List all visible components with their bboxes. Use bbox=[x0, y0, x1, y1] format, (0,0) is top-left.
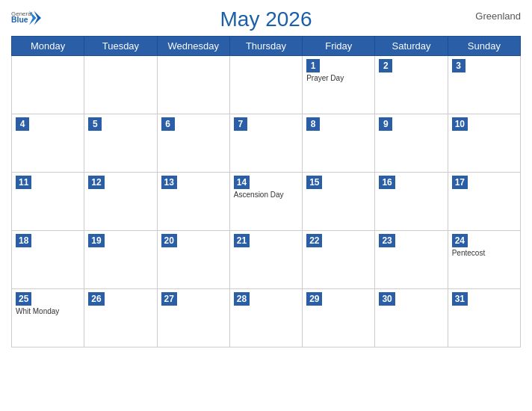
country-label: Greenland bbox=[475, 10, 521, 22]
calendar-cell: 31 bbox=[448, 289, 520, 347]
calendar-cell: 19 bbox=[84, 231, 157, 289]
calendar-cell: 21 bbox=[229, 231, 302, 289]
day-number: 14 bbox=[234, 176, 250, 189]
calendar-cell: 24Pentecost bbox=[448, 231, 520, 289]
day-number: 1 bbox=[306, 59, 320, 72]
calendar-cell: 8 bbox=[303, 114, 375, 173]
holiday-label: Whit Monday bbox=[16, 307, 80, 315]
calendar-cell: 6 bbox=[157, 114, 229, 173]
day-number: 3 bbox=[452, 59, 466, 72]
calendar-container: General Blue May 2026 Greenland Monday T… bbox=[0, 0, 532, 411]
calendar-week-row: 25Whit Monday262728293031 bbox=[12, 289, 521, 347]
calendar-cell: 22 bbox=[303, 231, 375, 289]
calendar-cell: 11 bbox=[12, 173, 84, 231]
calendar-cell: 3 bbox=[448, 56, 520, 114]
header-monday: Monday bbox=[12, 37, 84, 56]
day-number: 27 bbox=[161, 292, 177, 306]
calendar-cell: 18 bbox=[12, 231, 84, 289]
header-tuesday: Tuesday bbox=[84, 37, 157, 56]
day-number: 28 bbox=[234, 292, 250, 306]
header-friday: Friday bbox=[303, 37, 375, 56]
day-number: 5 bbox=[88, 117, 102, 131]
day-number: 6 bbox=[161, 117, 175, 131]
calendar-cell: 26 bbox=[84, 289, 157, 347]
header-row: General Blue May 2026 Greenland bbox=[11, 7, 521, 31]
calendar-cell: 4 bbox=[12, 114, 84, 173]
day-number: 18 bbox=[16, 234, 31, 247]
header-saturday: Saturday bbox=[375, 37, 448, 56]
calendar-cell: 1Prayer Day bbox=[303, 56, 375, 114]
calendar-cell: 29 bbox=[303, 289, 375, 347]
weekday-header-row: Monday Tuesday Wednesday Thursday Friday… bbox=[12, 37, 521, 56]
day-number: 23 bbox=[379, 234, 395, 247]
day-number: 17 bbox=[452, 176, 468, 189]
calendar-week-row: 45678910 bbox=[12, 114, 521, 173]
calendar-cell: 28 bbox=[229, 289, 302, 347]
header-sunday: Sunday bbox=[448, 37, 520, 56]
day-number: 7 bbox=[234, 117, 247, 131]
calendar-cell: 2 bbox=[375, 56, 448, 114]
calendar-week-row: 18192021222324Pentecost bbox=[12, 231, 521, 289]
day-number: 20 bbox=[161, 234, 177, 247]
calendar-cell: 7 bbox=[229, 114, 302, 173]
calendar-cell: 25Whit Monday bbox=[12, 289, 84, 347]
svg-text:Blue: Blue bbox=[11, 16, 28, 24]
day-number: 25 bbox=[16, 292, 31, 306]
holiday-label: Pentecost bbox=[452, 249, 516, 257]
calendar-cell: 23 bbox=[375, 231, 448, 289]
day-number: 29 bbox=[306, 292, 322, 306]
calendar-week-row: 11121314Ascension Day151617 bbox=[12, 173, 521, 231]
logo-area: General Blue bbox=[11, 7, 41, 28]
calendar-cell bbox=[12, 56, 84, 114]
calendar-cell: 9 bbox=[375, 114, 448, 173]
calendar-cell: 16 bbox=[375, 173, 448, 231]
day-number: 16 bbox=[379, 176, 395, 189]
calendar-week-row: 1Prayer Day23 bbox=[12, 56, 521, 114]
header-wednesday: Wednesday bbox=[157, 37, 229, 56]
day-number: 10 bbox=[452, 117, 468, 131]
day-number: 24 bbox=[452, 234, 468, 247]
day-number: 26 bbox=[88, 292, 104, 306]
day-number: 9 bbox=[379, 117, 392, 131]
calendar-cell: 10 bbox=[448, 114, 520, 173]
calendar-cell: 5 bbox=[84, 114, 157, 173]
day-number: 4 bbox=[16, 117, 29, 131]
day-number: 13 bbox=[161, 176, 177, 189]
day-number: 22 bbox=[306, 234, 322, 247]
calendar-cell: 13 bbox=[157, 173, 229, 231]
calendar-cell bbox=[229, 56, 302, 114]
day-number: 21 bbox=[234, 234, 250, 247]
calendar-cell: 30 bbox=[375, 289, 448, 347]
calendar-cell: 15 bbox=[303, 173, 375, 231]
calendar-cell bbox=[84, 56, 157, 114]
holiday-label: Ascension Day bbox=[234, 191, 298, 199]
holiday-label: Prayer Day bbox=[306, 74, 371, 82]
calendar-cell bbox=[157, 56, 229, 114]
day-number: 30 bbox=[379, 292, 395, 306]
calendar-cell: 20 bbox=[157, 231, 229, 289]
day-number: 31 bbox=[452, 292, 468, 306]
day-number: 8 bbox=[306, 117, 320, 131]
header-thursday: Thursday bbox=[229, 37, 302, 56]
calendar-cell: 12 bbox=[84, 173, 157, 231]
day-number: 15 bbox=[306, 176, 322, 189]
logo-icon: General Blue bbox=[11, 7, 41, 28]
calendar-table: Monday Tuesday Wednesday Thursday Friday… bbox=[11, 36, 521, 347]
calendar-cell: 17 bbox=[448, 173, 520, 231]
calendar-cell: 27 bbox=[157, 289, 229, 347]
day-number: 12 bbox=[88, 176, 104, 189]
day-number: 19 bbox=[88, 234, 104, 247]
day-number: 2 bbox=[379, 59, 392, 72]
calendar-cell: 14Ascension Day bbox=[229, 173, 302, 231]
month-title: May 2026 bbox=[220, 7, 312, 31]
day-number: 11 bbox=[16, 176, 31, 189]
